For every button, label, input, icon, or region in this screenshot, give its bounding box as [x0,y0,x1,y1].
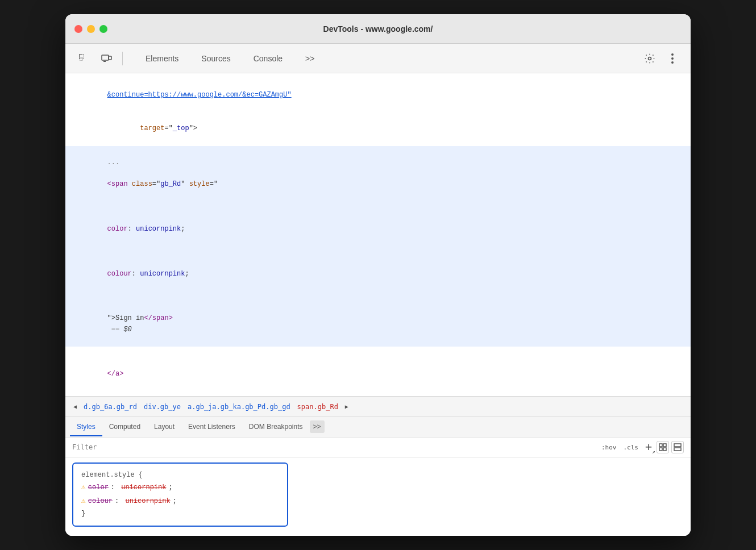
css-rule-element-style: element.style { ⚠️ color : unicornpink ;… [72,463,288,527]
device-icon[interactable] [97,49,115,68]
hov-button[interactable]: :hov [599,443,619,452]
css-selector: element.style { [81,469,279,481]
settings-icon[interactable] [641,49,659,68]
html-line-4: color: unicornpink; [65,201,691,246]
minimize-button[interactable] [87,25,95,33]
html-line-7: </a> [65,347,691,391]
traffic-lights [74,25,107,33]
tab-event-listeners[interactable]: Event Listeners [181,418,242,436]
svg-point-16 [671,57,674,60]
svg-rect-18 [659,444,662,447]
svg-rect-6 [79,54,84,55]
svg-rect-12 [109,56,111,60]
titlebar: DevTools - www.google.com/ [65,14,691,44]
panel-tabs: Elements Sources Console >> [134,51,326,66]
css-value-1[interactable]: unicornpink [121,482,166,493]
filter-buttons: :hov .cls + ↗ [599,439,684,455]
html-line-1: &continue=https://www.google.com/&ec=GAZ… [65,78,691,112]
breadcrumb-right-arrow[interactable]: ▶ [342,401,352,412]
add-rule-button[interactable]: + ↗ [643,439,654,455]
svg-rect-13 [103,61,106,62]
css-prop-line-2: ⚠️ colour : unicornpink ; [81,494,279,508]
svg-rect-11 [102,55,109,60]
html-line-5: colour: unicornpink; [65,246,691,291]
css-prop-line-1: ⚠️ color : unicornpink ; [81,481,279,494]
breadcrumb-item-2[interactable]: a.gb_ja.gb_ka.gb_Pd.gb_gd [184,402,294,412]
svg-point-14 [649,57,651,60]
inspect-icon[interactable]: ⬚ [74,49,93,68]
html-line-6: ">Sign in</span> == $0 [65,291,691,347]
css-panel: element.style { ⚠️ color : unicornpink ;… [65,458,691,536]
close-button[interactable] [74,25,82,33]
breadcrumb-item-3[interactable]: span.gb_Rd [294,402,342,412]
css-property-2[interactable]: colour [88,495,113,507]
style-tool-icon-2[interactable] [671,441,684,453]
maximize-button[interactable] [99,25,107,33]
window-title: DevTools - www.google.com/ [323,24,433,34]
css-property-1[interactable]: color [88,482,109,493]
tab-computed[interactable]: Computed [102,418,147,436]
warning-icon-2: ⚠️ [81,495,86,507]
svg-rect-23 [674,448,681,451]
tab-console[interactable]: Console [242,51,294,66]
svg-rect-22 [674,444,681,447]
tab-dom-breakpoints[interactable]: DOM Breakpoints [242,418,310,436]
breadcrumb-bar: ◀ d.gb_6a.gb_rd div.gb_ye a.gb_ja.gb_ka.… [65,397,691,417]
style-tool-icon-1[interactable] [657,441,669,453]
toolbar-divider [122,52,123,65]
svg-rect-8 [84,54,84,59]
more-tabs-icon[interactable]: >> [310,420,325,433]
svg-rect-21 [663,448,666,451]
svg-point-17 [671,61,674,64]
cls-button[interactable]: .cls [621,443,641,452]
breadcrumb-left-arrow[interactable]: ◀ [70,401,80,412]
devtools-window: DevTools - www.google.com/ ⬚ [65,14,691,535]
svg-point-15 [671,53,674,56]
breadcrumb-item-1[interactable]: div.gb_ye [140,402,184,412]
tab-elements[interactable]: Elements [134,51,190,66]
tab-styles[interactable]: Styles [70,418,102,436]
warning-icon-1: ⚠️ [81,481,86,494]
toolbar-right [641,49,682,68]
devtools-body: &continue=https://www.google.com/&ec=GAZ… [65,73,691,535]
html-line-2: target="_top"> [65,112,691,146]
more-options-icon[interactable] [663,49,682,68]
svg-rect-19 [663,444,666,447]
svg-rect-20 [659,448,662,451]
main-toolbar: ⬚ Elements Sources Console >> [65,44,691,73]
filter-input[interactable] [72,443,599,451]
elements-panel: &continue=https://www.google.com/&ec=GAZ… [65,73,691,396]
styles-tab-bar: Styles Computed Layout Event Listeners D… [65,417,691,438]
breadcrumb-item-0[interactable]: d.gb_6a.gb_rd [80,402,140,412]
tab-sources[interactable]: Sources [190,51,242,66]
css-closing-brace: } [81,508,279,519]
tab-more[interactable]: >> [294,51,326,66]
filter-bar: :hov .cls + ↗ [65,438,691,458]
css-value-2[interactable]: unicornpink [125,495,170,507]
tab-layout[interactable]: Layout [147,418,181,436]
svg-text:⬚: ⬚ [80,56,83,61]
html-line-3: ... <span class="gb_Rd" style=" [65,146,691,202]
